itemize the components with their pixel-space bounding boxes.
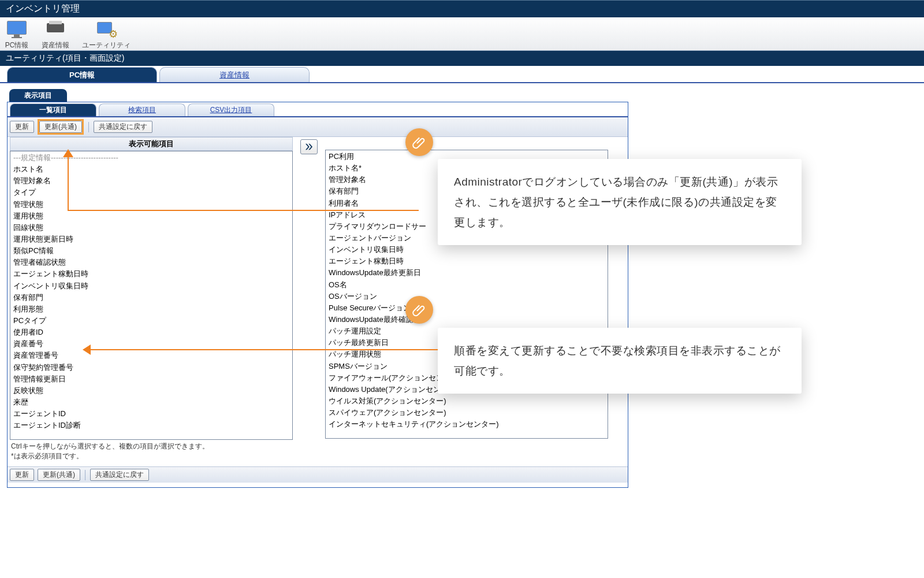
inner-tab-list[interactable]: 一覧項目 xyxy=(10,103,96,116)
arrow-top-horizontal xyxy=(68,210,419,211)
toolbar-pc-info[interactable]: PC情報 xyxy=(5,18,29,50)
titlebar: インベントリ管理 xyxy=(0,0,924,17)
list-item[interactable]: Pulse Secureバージョン xyxy=(327,302,606,314)
arrow-bottom-line xyxy=(90,349,438,350)
action-bar-top: 更新 更新(共通) 共通設定に戻す xyxy=(8,117,628,137)
list-item[interactable]: OS名 xyxy=(327,279,606,291)
revert-common-button-bottom[interactable]: 共通設定に戻す xyxy=(90,469,149,481)
list-item[interactable]: 使用者ID xyxy=(12,327,290,338)
available-items-list[interactable]: ---規定情報---------------------------ホスト名管理… xyxy=(10,151,293,440)
inner-tab-search-label: 検索項目 xyxy=(128,105,156,115)
annotation-text-top: Administratorでログオンしている場合のみ「更新(共通)」が表示され、… xyxy=(454,176,778,228)
list-item[interactable]: 運用状態更新日時 xyxy=(12,234,290,245)
page-tabs: PC情報 資産情報 xyxy=(0,67,924,83)
list-item[interactable]: スパイウェア(アクションセンター) xyxy=(327,407,606,418)
list-item[interactable]: 保守契約管理番号 xyxy=(12,362,290,373)
list-item[interactable]: WindowsUpdate最終更新日 xyxy=(327,267,606,279)
list-item[interactable]: 管理情報更新日 xyxy=(12,373,290,385)
main-toolbar: PC情報 資産情報 ユーティリティ xyxy=(0,17,924,51)
utility-icon xyxy=(94,18,118,40)
list-item[interactable]: 反映状態 xyxy=(12,385,290,397)
list-item[interactable]: インターネットセキュリティ(アクションセンター) xyxy=(327,418,606,430)
toolbar-pc-info-label: PC情報 xyxy=(5,40,29,50)
list-item[interactable]: エージェント稼動日時 xyxy=(327,255,606,267)
subheader-text: ユーティリティ(項目・画面設定) xyxy=(6,53,124,62)
toolbar-utility-label: ユーティリティ xyxy=(82,40,131,50)
toolbar-asset-info[interactable]: 資産情報 xyxy=(42,18,69,50)
list-item[interactable]: エージェントID xyxy=(12,408,290,420)
list-item[interactable]: 保有部門 xyxy=(12,292,290,303)
revert-common-button-top[interactable]: 共通設定に戻す xyxy=(94,121,152,133)
list-item[interactable]: 管理者確認状態 xyxy=(12,257,290,268)
update-common-button-bottom[interactable]: 更新(共通) xyxy=(38,469,80,481)
footnote-line1: Ctrlキーを押しながら選択すると、複数の項目が選択できます。 xyxy=(11,442,624,451)
inner-tab-csv[interactable]: CSV出力項目 xyxy=(188,103,274,116)
available-items-column: 表示可能項目 ---規定情報--------------------------… xyxy=(10,137,293,440)
titlebar-text: インベントリ管理 xyxy=(6,3,80,13)
inner-tabs: 一覧項目 検索項目 CSV出力項目 xyxy=(8,103,628,117)
subheader: ユーティリティ(項目・画面設定) xyxy=(0,51,924,66)
update-common-button-top[interactable]: 更新(共通) xyxy=(39,121,82,133)
list-item[interactable]: ---規定情報--------------------------- xyxy=(12,152,290,164)
annotation-card-top: Administratorでログオンしている場合のみ「更新(共通)」が表示され、… xyxy=(438,159,802,245)
action-bar-separator-bottom xyxy=(85,470,85,480)
list-item[interactable]: OSバージョン xyxy=(327,291,606,302)
list-item[interactable]: 来歴 xyxy=(12,397,290,408)
list-item[interactable]: エージェントID診断 xyxy=(12,420,290,431)
move-right-button[interactable] xyxy=(300,139,318,154)
clip-icon-bottom xyxy=(405,296,433,324)
available-items-header: 表示可能項目 xyxy=(10,137,293,151)
list-item[interactable]: 資産管理番号 xyxy=(12,350,290,361)
page-tab-asset-info-label: 資産情報 xyxy=(219,70,249,80)
list-item[interactable]: インベントリ収集日時 xyxy=(12,280,290,292)
annotation-card-bottom: 順番を変えて更新することで不要な検索項目を非表示することが可能です。 xyxy=(438,328,802,394)
footnote-text: Ctrlキーを押しながら選択すると、複数の項目が選択できます。 *は表示必須項目… xyxy=(8,440,628,463)
paperclip-icon xyxy=(412,303,426,317)
toolbar-utility[interactable]: ユーティリティ xyxy=(82,18,131,50)
inner-tab-list-label: 一覧項目 xyxy=(39,105,67,115)
update-button-top[interactable]: 更新 xyxy=(10,121,34,133)
update-button-bottom[interactable]: 更新 xyxy=(10,469,34,481)
inner-tab-csv-label: CSV出力項目 xyxy=(210,105,252,115)
list-item[interactable]: 管理対象名 xyxy=(12,175,290,187)
clip-icon-top xyxy=(405,128,433,156)
arrow-bottom-head xyxy=(83,344,91,355)
action-bar-bottom: 更新 更新(共通) 共通設定に戻す xyxy=(8,466,628,483)
double-chevron-right-icon xyxy=(304,142,314,152)
list-item[interactable]: PCタイプ xyxy=(12,315,290,327)
display-tab-label: 表示項目 xyxy=(24,91,52,101)
monitor-icon xyxy=(5,18,29,40)
list-item[interactable]: WindowsUpdate最終確認日 xyxy=(327,314,606,325)
toolbar-asset-info-label: 資産情報 xyxy=(42,40,69,50)
transfer-controls xyxy=(296,137,322,440)
list-item[interactable]: 管理状態 xyxy=(12,199,290,210)
list-item[interactable]: インベントリ収集日時 xyxy=(327,244,606,255)
annotation-text-bottom: 順番を変えて更新することで不要な検索項目を非表示することが可能です。 xyxy=(454,344,781,377)
arrow-top-vertical xyxy=(68,152,69,211)
display-tab-row: 表示項目 xyxy=(0,89,924,102)
selected-items-spacer xyxy=(325,137,608,150)
page-tab-pc-info[interactable]: PC情報 xyxy=(7,67,157,82)
list-item[interactable]: エージェント稼動日時 xyxy=(12,268,290,280)
printer-icon xyxy=(43,18,68,40)
list-item[interactable]: 回線状態 xyxy=(12,222,290,234)
footnote-line2: *は表示必須項目です。 xyxy=(11,451,624,461)
paperclip-icon xyxy=(412,135,426,149)
arrow-top-head xyxy=(63,149,73,157)
inner-tab-search[interactable]: 検索項目 xyxy=(99,103,185,116)
list-item[interactable]: タイプ xyxy=(12,187,290,198)
list-item[interactable]: 利用形態 xyxy=(12,303,290,315)
list-item[interactable]: 運用状態 xyxy=(12,210,290,222)
list-item[interactable]: ウイルス対策(アクションセンター) xyxy=(327,395,606,407)
page-tab-asset-info[interactable]: 資産情報 xyxy=(159,67,310,82)
list-item[interactable]: 類似PC情報 xyxy=(12,245,290,257)
display-tab[interactable]: 表示項目 xyxy=(9,89,67,102)
list-item[interactable]: ホスト名 xyxy=(12,164,290,175)
page-tab-pc-info-label: PC情報 xyxy=(69,70,95,80)
update-common-highlight: 更新(共通) xyxy=(38,119,84,135)
action-bar-separator xyxy=(88,122,89,132)
list-item[interactable]: 資産番号 xyxy=(12,338,290,350)
